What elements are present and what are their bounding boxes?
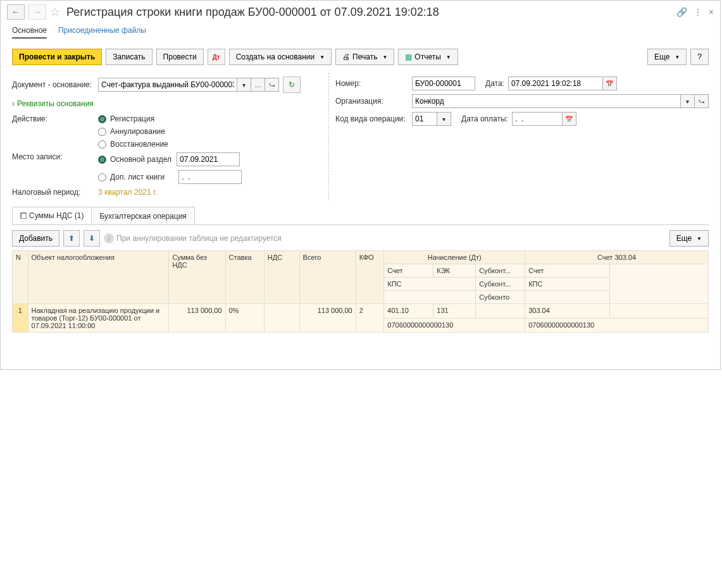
print-icon: 🖨 xyxy=(342,52,350,61)
org-label: Организация: xyxy=(335,97,408,106)
opcode-input[interactable] xyxy=(412,112,437,126)
number-label: Номер: xyxy=(335,79,408,88)
date-input[interactable] xyxy=(508,77,603,90)
page-title: Регистрация строки книги продаж БУ00-000… xyxy=(66,6,673,19)
main-section-date[interactable] xyxy=(177,152,240,166)
info-icon: i xyxy=(104,233,114,243)
add-sheet-date[interactable] xyxy=(178,170,242,184)
grid-icon xyxy=(20,212,27,219)
tab-accounting[interactable]: Бухгалтерская операция xyxy=(91,207,194,224)
table-row[interactable]: 1 Накладная на реализацию продукции и то… xyxy=(13,304,709,319)
chart-icon: ▦ xyxy=(405,52,412,61)
add-row-button[interactable]: Добавить xyxy=(12,230,59,247)
more-icon[interactable]: ⋮ xyxy=(694,7,702,17)
annul-hint: iПри аннулировании таблица не редактируе… xyxy=(104,233,282,243)
favorite-icon[interactable]: ☆ xyxy=(50,5,60,19)
org-input[interactable] xyxy=(412,94,681,108)
create-from-button[interactable]: Создать на основании▼ xyxy=(229,49,332,65)
more-button[interactable]: Еще▼ xyxy=(647,49,687,65)
dropdown-icon[interactable]: ▾ xyxy=(681,94,695,108)
vat-grid[interactable]: N Объект налогообложения Сумма без НДС С… xyxy=(12,250,709,333)
action-label: Действие: xyxy=(12,114,94,123)
tax-period-label: Налоговый период: xyxy=(12,188,94,197)
print-button[interactable]: 🖨Печать▼ xyxy=(335,49,394,65)
dtkt-icon[interactable]: Дт xyxy=(208,49,225,65)
back-button[interactable]: ← xyxy=(7,4,25,20)
calendar-icon[interactable]: 📅 xyxy=(603,77,617,90)
radio-restore[interactable]: Восстановление xyxy=(98,140,168,149)
post-and-close-button[interactable]: Провести и закрыть xyxy=(12,49,102,65)
reports-button[interactable]: ▦Отчеты▼ xyxy=(398,49,457,65)
open-icon[interactable]: … xyxy=(251,78,265,92)
help-button[interactable]: ? xyxy=(690,49,709,65)
radio-registration[interactable]: Регистрация xyxy=(98,114,168,123)
dropdown-icon[interactable]: ▾ xyxy=(437,112,451,126)
open-icon[interactable]: ⮑ xyxy=(695,94,709,108)
tab-files[interactable]: Присоединенные файлы xyxy=(58,23,146,39)
move-up-button[interactable]: ⬆ xyxy=(63,230,80,247)
date-label: Дата: xyxy=(485,79,504,88)
pay-date-input[interactable] xyxy=(512,112,563,126)
move-down-button[interactable]: ⬇ xyxy=(84,230,100,247)
radio-annul[interactable]: Аннулирование xyxy=(98,127,168,136)
dropdown-icon[interactable]: ▾ xyxy=(237,78,251,92)
more-grid-button[interactable]: Еще▼ xyxy=(669,230,709,247)
calendar-icon[interactable]: 📅 xyxy=(563,112,576,126)
chevron-right-icon: › xyxy=(12,99,15,108)
doc-basis-label: Документ - основание: xyxy=(12,80,94,89)
close-icon[interactable]: × xyxy=(709,7,714,17)
post-button[interactable]: Провести xyxy=(156,49,204,65)
tax-period-value: 3 квартал 2021 г. xyxy=(98,188,157,197)
tab-vat-sums[interactable]: Суммы НДС (1) xyxy=(12,207,92,224)
refresh-basis-icon[interactable]: ↻ xyxy=(283,77,301,93)
save-button[interactable]: Записать xyxy=(106,49,152,65)
pay-date-label: Дата оплаты: xyxy=(461,114,508,123)
requisites-expand[interactable]: › Реквизиты основания xyxy=(12,97,322,111)
radio-add-sheet[interactable]: Доп. лист книги xyxy=(98,173,165,181)
radio-main-section[interactable]: Основной раздел xyxy=(98,155,171,164)
tab-main[interactable]: Основное xyxy=(12,23,47,39)
opcode-label: Код вида операции: xyxy=(335,114,408,123)
place-label: Место записи: xyxy=(12,152,94,161)
link-icon[interactable]: 🔗 xyxy=(676,7,687,17)
number-input[interactable] xyxy=(412,77,475,90)
forward-button[interactable]: → xyxy=(28,4,46,20)
magnify-icon[interactable]: ⮑ xyxy=(265,78,279,92)
doc-basis-input[interactable] xyxy=(98,78,237,92)
